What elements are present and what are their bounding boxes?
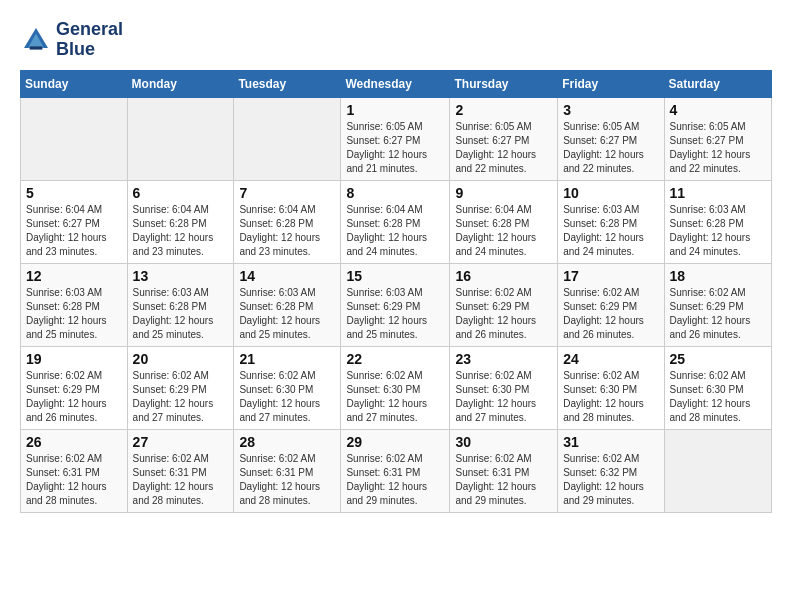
logo-icon <box>20 24 52 56</box>
day-number: 18 <box>670 268 766 284</box>
week-row-1: 5 Sunrise: 6:04 AMSunset: 6:27 PMDayligh… <box>21 180 772 263</box>
calendar-cell: 15 Sunrise: 6:03 AMSunset: 6:29 PMDaylig… <box>341 263 450 346</box>
day-number: 6 <box>133 185 229 201</box>
calendar-cell: 7 Sunrise: 6:04 AMSunset: 6:28 PMDayligh… <box>234 180 341 263</box>
calendar-cell: 14 Sunrise: 6:03 AMSunset: 6:28 PMDaylig… <box>234 263 341 346</box>
column-header-wednesday: Wednesday <box>341 70 450 97</box>
calendar-cell: 16 Sunrise: 6:02 AMSunset: 6:29 PMDaylig… <box>450 263 558 346</box>
calendar-cell: 26 Sunrise: 6:02 AMSunset: 6:31 PMDaylig… <box>21 429 128 512</box>
day-number: 21 <box>239 351 335 367</box>
day-info: Sunrise: 6:04 AMSunset: 6:28 PMDaylight:… <box>133 203 229 259</box>
day-info: Sunrise: 6:02 AMSunset: 6:29 PMDaylight:… <box>563 286 658 342</box>
calendar-cell: 5 Sunrise: 6:04 AMSunset: 6:27 PMDayligh… <box>21 180 128 263</box>
day-number: 24 <box>563 351 658 367</box>
day-number: 14 <box>239 268 335 284</box>
day-number: 27 <box>133 434 229 450</box>
day-number: 2 <box>455 102 552 118</box>
day-number: 17 <box>563 268 658 284</box>
calendar-table: SundayMondayTuesdayWednesdayThursdayFrid… <box>20 70 772 513</box>
column-header-thursday: Thursday <box>450 70 558 97</box>
calendar-cell: 17 Sunrise: 6:02 AMSunset: 6:29 PMDaylig… <box>558 263 664 346</box>
day-number: 5 <box>26 185 122 201</box>
column-header-tuesday: Tuesday <box>234 70 341 97</box>
logo-text: General Blue <box>56 20 123 60</box>
calendar-cell: 18 Sunrise: 6:02 AMSunset: 6:29 PMDaylig… <box>664 263 771 346</box>
calendar-cell: 20 Sunrise: 6:02 AMSunset: 6:29 PMDaylig… <box>127 346 234 429</box>
calendar-cell: 11 Sunrise: 6:03 AMSunset: 6:28 PMDaylig… <box>664 180 771 263</box>
day-info: Sunrise: 6:02 AMSunset: 6:30 PMDaylight:… <box>346 369 444 425</box>
day-number: 13 <box>133 268 229 284</box>
calendar-cell: 25 Sunrise: 6:02 AMSunset: 6:30 PMDaylig… <box>664 346 771 429</box>
day-info: Sunrise: 6:04 AMSunset: 6:27 PMDaylight:… <box>26 203 122 259</box>
day-info: Sunrise: 6:02 AMSunset: 6:31 PMDaylight:… <box>26 452 122 508</box>
calendar-cell: 29 Sunrise: 6:02 AMSunset: 6:31 PMDaylig… <box>341 429 450 512</box>
calendar-cell: 23 Sunrise: 6:02 AMSunset: 6:30 PMDaylig… <box>450 346 558 429</box>
calendar-cell: 6 Sunrise: 6:04 AMSunset: 6:28 PMDayligh… <box>127 180 234 263</box>
week-row-3: 19 Sunrise: 6:02 AMSunset: 6:29 PMDaylig… <box>21 346 772 429</box>
calendar-cell: 31 Sunrise: 6:02 AMSunset: 6:32 PMDaylig… <box>558 429 664 512</box>
calendar-cell: 27 Sunrise: 6:02 AMSunset: 6:31 PMDaylig… <box>127 429 234 512</box>
day-info: Sunrise: 6:02 AMSunset: 6:30 PMDaylight:… <box>239 369 335 425</box>
day-info: Sunrise: 6:02 AMSunset: 6:29 PMDaylight:… <box>670 286 766 342</box>
calendar-cell: 30 Sunrise: 6:02 AMSunset: 6:31 PMDaylig… <box>450 429 558 512</box>
day-number: 4 <box>670 102 766 118</box>
day-number: 29 <box>346 434 444 450</box>
day-info: Sunrise: 6:05 AMSunset: 6:27 PMDaylight:… <box>563 120 658 176</box>
day-info: Sunrise: 6:02 AMSunset: 6:30 PMDaylight:… <box>563 369 658 425</box>
day-number: 8 <box>346 185 444 201</box>
day-number: 31 <box>563 434 658 450</box>
calendar-cell: 1 Sunrise: 6:05 AMSunset: 6:27 PMDayligh… <box>341 97 450 180</box>
day-info: Sunrise: 6:02 AMSunset: 6:31 PMDaylight:… <box>239 452 335 508</box>
calendar-cell: 2 Sunrise: 6:05 AMSunset: 6:27 PMDayligh… <box>450 97 558 180</box>
calendar-cell: 28 Sunrise: 6:02 AMSunset: 6:31 PMDaylig… <box>234 429 341 512</box>
day-number: 23 <box>455 351 552 367</box>
day-info: Sunrise: 6:02 AMSunset: 6:29 PMDaylight:… <box>133 369 229 425</box>
day-info: Sunrise: 6:04 AMSunset: 6:28 PMDaylight:… <box>455 203 552 259</box>
day-info: Sunrise: 6:02 AMSunset: 6:32 PMDaylight:… <box>563 452 658 508</box>
column-header-monday: Monday <box>127 70 234 97</box>
day-number: 30 <box>455 434 552 450</box>
calendar-cell: 10 Sunrise: 6:03 AMSunset: 6:28 PMDaylig… <box>558 180 664 263</box>
calendar-cell <box>127 97 234 180</box>
column-header-saturday: Saturday <box>664 70 771 97</box>
column-header-friday: Friday <box>558 70 664 97</box>
day-number: 26 <box>26 434 122 450</box>
calendar-cell <box>664 429 771 512</box>
column-header-sunday: Sunday <box>21 70 128 97</box>
calendar-cell: 21 Sunrise: 6:02 AMSunset: 6:30 PMDaylig… <box>234 346 341 429</box>
calendar-cell: 8 Sunrise: 6:04 AMSunset: 6:28 PMDayligh… <box>341 180 450 263</box>
day-info: Sunrise: 6:03 AMSunset: 6:28 PMDaylight:… <box>563 203 658 259</box>
calendar-cell: 22 Sunrise: 6:02 AMSunset: 6:30 PMDaylig… <box>341 346 450 429</box>
calendar-cell: 19 Sunrise: 6:02 AMSunset: 6:29 PMDaylig… <box>21 346 128 429</box>
day-number: 20 <box>133 351 229 367</box>
day-info: Sunrise: 6:05 AMSunset: 6:27 PMDaylight:… <box>670 120 766 176</box>
calendar-cell: 13 Sunrise: 6:03 AMSunset: 6:28 PMDaylig… <box>127 263 234 346</box>
day-number: 10 <box>563 185 658 201</box>
calendar-cell: 4 Sunrise: 6:05 AMSunset: 6:27 PMDayligh… <box>664 97 771 180</box>
day-number: 7 <box>239 185 335 201</box>
day-number: 12 <box>26 268 122 284</box>
day-info: Sunrise: 6:03 AMSunset: 6:28 PMDaylight:… <box>239 286 335 342</box>
day-info: Sunrise: 6:02 AMSunset: 6:31 PMDaylight:… <box>346 452 444 508</box>
day-info: Sunrise: 6:02 AMSunset: 6:29 PMDaylight:… <box>455 286 552 342</box>
day-info: Sunrise: 6:02 AMSunset: 6:30 PMDaylight:… <box>670 369 766 425</box>
calendar-cell <box>21 97 128 180</box>
calendar-cell: 12 Sunrise: 6:03 AMSunset: 6:28 PMDaylig… <box>21 263 128 346</box>
calendar-cell: 24 Sunrise: 6:02 AMSunset: 6:30 PMDaylig… <box>558 346 664 429</box>
week-row-4: 26 Sunrise: 6:02 AMSunset: 6:31 PMDaylig… <box>21 429 772 512</box>
day-info: Sunrise: 6:02 AMSunset: 6:29 PMDaylight:… <box>26 369 122 425</box>
day-info: Sunrise: 6:02 AMSunset: 6:30 PMDaylight:… <box>455 369 552 425</box>
day-number: 16 <box>455 268 552 284</box>
day-number: 11 <box>670 185 766 201</box>
week-row-2: 12 Sunrise: 6:03 AMSunset: 6:28 PMDaylig… <box>21 263 772 346</box>
day-number: 28 <box>239 434 335 450</box>
day-number: 3 <box>563 102 658 118</box>
day-number: 15 <box>346 268 444 284</box>
day-number: 22 <box>346 351 444 367</box>
calendar-cell: 3 Sunrise: 6:05 AMSunset: 6:27 PMDayligh… <box>558 97 664 180</box>
day-info: Sunrise: 6:03 AMSunset: 6:28 PMDaylight:… <box>26 286 122 342</box>
day-number: 9 <box>455 185 552 201</box>
day-info: Sunrise: 6:04 AMSunset: 6:28 PMDaylight:… <box>346 203 444 259</box>
day-info: Sunrise: 6:03 AMSunset: 6:28 PMDaylight:… <box>670 203 766 259</box>
page-header: General Blue <box>20 20 772 60</box>
